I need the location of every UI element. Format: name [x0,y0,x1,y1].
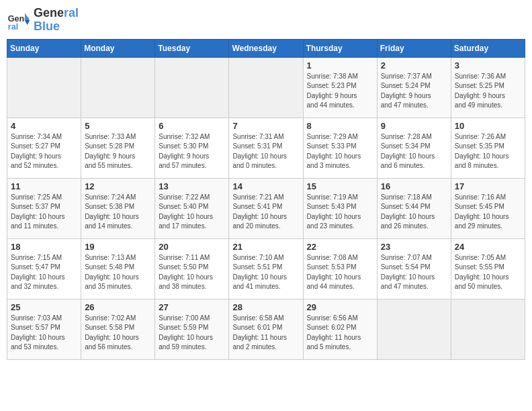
day-number: 8 [307,121,373,131]
day-info: Sunrise: 7:38 AM Sunset: 5:23 PM Dayligh… [307,72,373,111]
day-number: 20 [159,242,225,252]
day-info: Sunrise: 7:31 AM Sunset: 5:31 PM Dayligh… [232,132,299,171]
weekday-header: Saturday [451,39,525,57]
day-number: 2 [381,60,447,71]
day-number: 15 [307,181,373,191]
day-number: 23 [381,242,447,252]
calendar-cell: 11Sunrise: 7:25 AM Sunset: 5:37 PM Dayli… [7,178,81,238]
day-number: 11 [11,181,77,191]
day-number: 21 [232,242,299,252]
calendar-cell: 5Sunrise: 7:33 AM Sunset: 5:28 PM Daylig… [81,118,155,178]
calendar-cell: 18Sunrise: 7:15 AM Sunset: 5:47 PM Dayli… [7,238,81,299]
calendar-cell: 22Sunrise: 7:08 AM Sunset: 5:53 PM Dayli… [303,238,377,299]
calendar-cell: 15Sunrise: 7:19 AM Sunset: 5:43 PM Dayli… [303,178,377,238]
page-header: Gene ral GeneralBlue [7,7,525,34]
day-info: Sunrise: 7:02 AM Sunset: 5:58 PM Dayligh… [85,314,151,353]
calendar-cell [451,299,525,359]
calendar-cell: 25Sunrise: 7:03 AM Sunset: 5:57 PM Dayli… [7,299,81,359]
weekday-header: Friday [377,39,451,57]
day-info: Sunrise: 7:25 AM Sunset: 5:37 PM Dayligh… [11,193,77,232]
day-number: 25 [11,302,77,312]
day-info: Sunrise: 7:00 AM Sunset: 5:59 PM Dayligh… [159,314,225,353]
calendar-cell: 24Sunrise: 7:05 AM Sunset: 5:55 PM Dayli… [451,238,525,299]
calendar-cell: 10Sunrise: 7:26 AM Sunset: 5:35 PM Dayli… [451,118,525,178]
logo-icon: Gene ral [7,8,31,32]
calendar-cell: 28Sunrise: 6:58 AM Sunset: 6:01 PM Dayli… [229,299,303,359]
day-info: Sunrise: 7:22 AM Sunset: 5:40 PM Dayligh… [159,193,225,232]
calendar-table: SundayMondayTuesdayWednesdayThursdayFrid… [7,39,525,360]
day-number: 28 [232,302,299,312]
weekday-header-row: SundayMondayTuesdayWednesdayThursdayFrid… [7,39,525,57]
day-number: 18 [11,242,77,252]
calendar-week-row: 25Sunrise: 7:03 AM Sunset: 5:57 PM Dayli… [7,299,525,359]
calendar-cell: 27Sunrise: 7:00 AM Sunset: 5:59 PM Dayli… [155,299,229,359]
day-info: Sunrise: 7:16 AM Sunset: 5:45 PM Dayligh… [455,193,521,232]
calendar-cell [81,57,155,118]
calendar-cell: 19Sunrise: 7:13 AM Sunset: 5:48 PM Dayli… [81,238,155,299]
day-info: Sunrise: 7:29 AM Sunset: 5:33 PM Dayligh… [307,132,373,171]
calendar-cell: 3Sunrise: 7:36 AM Sunset: 5:25 PM Daylig… [451,57,525,118]
weekday-header: Sunday [7,39,81,57]
day-number: 6 [159,121,225,131]
calendar-cell: 2Sunrise: 7:37 AM Sunset: 5:24 PM Daylig… [377,57,451,118]
day-number: 27 [159,302,225,312]
day-info: Sunrise: 7:24 AM Sunset: 5:38 PM Dayligh… [85,193,151,232]
day-number: 17 [455,181,521,191]
day-info: Sunrise: 7:19 AM Sunset: 5:43 PM Dayligh… [307,193,373,232]
calendar-week-row: 4Sunrise: 7:34 AM Sunset: 5:27 PM Daylig… [7,118,525,178]
day-info: Sunrise: 7:28 AM Sunset: 5:34 PM Dayligh… [381,132,447,171]
calendar-cell: 1Sunrise: 7:38 AM Sunset: 5:23 PM Daylig… [303,57,377,118]
calendar-cell: 17Sunrise: 7:16 AM Sunset: 5:45 PM Dayli… [451,178,525,238]
calendar-cell: 16Sunrise: 7:18 AM Sunset: 5:44 PM Dayli… [377,178,451,238]
svg-text:ral: ral [8,22,18,32]
day-number: 10 [455,121,521,131]
calendar-cell: 4Sunrise: 7:34 AM Sunset: 5:27 PM Daylig… [7,118,81,178]
day-number: 5 [85,121,151,131]
day-info: Sunrise: 7:37 AM Sunset: 5:24 PM Dayligh… [381,72,447,111]
calendar-week-row: 18Sunrise: 7:15 AM Sunset: 5:47 PM Dayli… [7,238,525,299]
calendar-cell: 6Sunrise: 7:32 AM Sunset: 5:30 PM Daylig… [155,118,229,178]
calendar-cell [7,57,81,118]
calendar-cell [155,57,229,118]
day-number: 26 [85,302,151,312]
day-info: Sunrise: 7:07 AM Sunset: 5:54 PM Dayligh… [381,253,447,292]
calendar-cell [377,299,451,359]
calendar-cell: 21Sunrise: 7:10 AM Sunset: 5:51 PM Dayli… [229,238,303,299]
calendar-cell: 9Sunrise: 7:28 AM Sunset: 5:34 PM Daylig… [377,118,451,178]
day-info: Sunrise: 7:33 AM Sunset: 5:28 PM Dayligh… [85,132,151,171]
day-info: Sunrise: 7:03 AM Sunset: 5:57 PM Dayligh… [11,314,77,353]
day-number: 22 [307,242,373,252]
day-number: 14 [232,181,299,191]
day-number: 1 [307,60,373,71]
day-info: Sunrise: 6:56 AM Sunset: 6:02 PM Dayligh… [307,314,373,353]
day-info: Sunrise: 7:15 AM Sunset: 5:47 PM Dayligh… [11,253,77,292]
day-number: 9 [381,121,447,131]
day-number: 19 [85,242,151,252]
calendar-cell [229,57,303,118]
logo: Gene ral GeneralBlue [7,7,79,34]
day-info: Sunrise: 7:10 AM Sunset: 5:51 PM Dayligh… [232,253,299,292]
day-number: 24 [455,242,521,252]
weekday-header: Wednesday [229,39,303,57]
logo-text: GeneralBlue [34,7,79,34]
calendar-cell: 29Sunrise: 6:56 AM Sunset: 6:02 PM Dayli… [303,299,377,359]
calendar-cell: 12Sunrise: 7:24 AM Sunset: 5:38 PM Dayli… [81,178,155,238]
calendar-week-row: 1Sunrise: 7:38 AM Sunset: 5:23 PM Daylig… [7,57,525,118]
calendar-cell: 23Sunrise: 7:07 AM Sunset: 5:54 PM Dayli… [377,238,451,299]
calendar-cell: 14Sunrise: 7:21 AM Sunset: 5:41 PM Dayli… [229,178,303,238]
calendar-cell: 26Sunrise: 7:02 AM Sunset: 5:58 PM Dayli… [81,299,155,359]
day-info: Sunrise: 7:32 AM Sunset: 5:30 PM Dayligh… [159,132,225,171]
calendar-cell: 20Sunrise: 7:11 AM Sunset: 5:50 PM Dayli… [155,238,229,299]
calendar-week-row: 11Sunrise: 7:25 AM Sunset: 5:37 PM Dayli… [7,178,525,238]
calendar-cell: 13Sunrise: 7:22 AM Sunset: 5:40 PM Dayli… [155,178,229,238]
day-number: 12 [85,181,151,191]
day-info: Sunrise: 7:26 AM Sunset: 5:35 PM Dayligh… [455,132,521,171]
day-number: 3 [455,60,521,71]
calendar-cell: 8Sunrise: 7:29 AM Sunset: 5:33 PM Daylig… [303,118,377,178]
day-info: Sunrise: 6:58 AM Sunset: 6:01 PM Dayligh… [232,314,299,353]
day-number: 7 [232,121,299,131]
day-info: Sunrise: 7:05 AM Sunset: 5:55 PM Dayligh… [455,253,521,292]
day-number: 29 [307,302,373,312]
calendar-cell: 7Sunrise: 7:31 AM Sunset: 5:31 PM Daylig… [229,118,303,178]
day-info: Sunrise: 7:36 AM Sunset: 5:25 PM Dayligh… [455,72,521,111]
